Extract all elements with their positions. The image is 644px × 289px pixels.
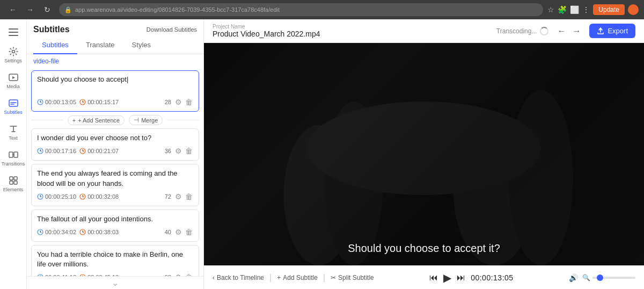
play-button[interactable]: ▶	[443, 271, 451, 284]
subtitle-meta-4: 00:00:34:02 00:00:38:03 40 ⚙ 🗑	[37, 227, 193, 237]
subtitle-textarea-1[interactable]: Should you choose to accept|	[37, 75, 193, 91]
char-count-2: 36	[165, 148, 171, 154]
app-topbar: Project Name Product Video_March 2022.mp…	[204, 19, 644, 43]
main-area: Project Name Product Video_March 2022.mp…	[204, 19, 644, 289]
settings-btn-4[interactable]: ⚙	[174, 227, 182, 237]
delete-btn-2[interactable]: 🗑	[185, 146, 193, 156]
user-avatar	[628, 4, 639, 15]
tab-translate[interactable]: Translate	[77, 37, 123, 54]
subtitle-card-3[interactable]: The end you always feared is coming and …	[31, 164, 199, 206]
subtitle-meta-2: 00:00:17:16 00:00:21:07 36 ⚙ 🗑	[37, 146, 193, 156]
sidebar-item-text[interactable]: Text	[2, 120, 25, 144]
delete-btn-1[interactable]: 🗑	[185, 97, 193, 107]
chevron-left-icon: ‹	[213, 274, 215, 281]
refresh-button[interactable]: ↻	[40, 3, 55, 16]
subtitle-card-1[interactable]: Should you choose to accept| 00:00:13:05…	[31, 70, 199, 112]
volume-button[interactable]: 🔊	[569, 273, 578, 282]
separator-2: |	[323, 273, 325, 283]
back-to-timeline-label: Back to Timeline	[217, 274, 264, 281]
app-container: Settings Media Subtitles Text	[0, 19, 644, 289]
zoom-slider[interactable]	[592, 277, 635, 279]
settings-btn-2[interactable]: ⚙	[174, 146, 182, 156]
zoom-controls: 🔍	[582, 274, 635, 281]
meta-actions-5: ⚙ 🗑	[174, 272, 193, 276]
zoom-out-button[interactable]: 🔍	[582, 274, 590, 281]
svg-rect-11	[14, 177, 17, 180]
add-sentence-button[interactable]: + + Add Sentence	[68, 115, 125, 125]
delete-btn-4[interactable]: 🗑	[185, 227, 193, 237]
tab-subtitles[interactable]: Subtitles	[33, 37, 77, 54]
subtitle-card-2[interactable]: I wonder did you ever choose not to? 00:…	[31, 128, 199, 161]
transcoding-spinner	[540, 27, 548, 35]
sidebar-item-subtitles[interactable]: Subtitles	[2, 95, 25, 118]
split-view-icon[interactable]: ⬜	[570, 5, 579, 14]
subtitles-label: Subtitles	[4, 110, 23, 115]
forward-button[interactable]: →	[23, 3, 38, 16]
clock-icon-end-3	[79, 193, 86, 200]
download-subtitles-link[interactable]: Download Subtitles	[147, 26, 197, 33]
scroll-down-indicator[interactable]: ⌄	[27, 276, 203, 289]
menu-icon[interactable]: ⋮	[582, 5, 590, 14]
hamburger-button[interactable]	[2, 24, 25, 41]
add-icon: +	[277, 274, 281, 281]
tab-styles[interactable]: Styles	[123, 37, 159, 54]
end-time-4: 00:00:38:03	[79, 229, 119, 235]
sidebar-item-elements[interactable]: Elements	[2, 172, 25, 196]
scissors-icon: ✂	[331, 274, 336, 281]
settings-btn-3[interactable]: ⚙	[174, 192, 182, 201]
sidebar-icons: Settings Media Subtitles Text	[0, 19, 27, 289]
sidebar-item-settings[interactable]: Settings	[2, 43, 25, 67]
add-subtitle-button[interactable]: + Add Subtitle	[277, 274, 318, 281]
sidebar-item-transitions[interactable]: Transitions	[2, 146, 25, 170]
panel-tabs: Subtitles Translate Styles	[27, 37, 203, 54]
merge-button[interactable]: ⊣ Merge	[129, 115, 163, 125]
text-icon	[8, 124, 19, 134]
fast-forward-button[interactable]: ⏭	[457, 273, 465, 283]
subtitle-text-1[interactable]: Should you choose to accept|	[37, 75, 193, 94]
bookmark-icon[interactable]: ☆	[547, 5, 554, 14]
redo-button[interactable]: →	[570, 24, 583, 38]
update-button[interactable]: Update	[593, 4, 625, 15]
extensions-icon[interactable]: 🧩	[558, 5, 567, 14]
clock-icon-2	[37, 148, 43, 154]
char-count-4: 40	[165, 229, 171, 235]
svg-point-28	[509, 90, 573, 265]
delete-btn-3[interactable]: 🗑	[185, 192, 193, 201]
undo-button[interactable]: ←	[555, 24, 568, 38]
transcoding-indicator: Transcoding...	[496, 27, 549, 35]
settings-icon	[8, 46, 19, 57]
clock-icon-end-1	[79, 99, 86, 105]
bottom-controls: ‹ Back to Timeline | + Add Subtitle | ✂ …	[204, 265, 644, 289]
update-label: Update	[598, 6, 619, 13]
meta-actions-4: ⚙ 🗑	[174, 227, 193, 237]
lock-icon: 🔒	[64, 6, 72, 13]
sidebar-item-media[interactable]: Media	[2, 69, 25, 92]
subtitle-card-4[interactable]: The fallout of all your good intentions.…	[31, 209, 199, 242]
svg-rect-2	[9, 35, 18, 36]
start-time-3: 00:00:25:10	[37, 193, 76, 200]
export-icon	[597, 27, 604, 35]
split-subtitle-label: Split Subtitle	[338, 274, 374, 281]
subtitle-card-5[interactable]: You had a terrible choice to make in Ber…	[31, 245, 199, 276]
svg-rect-13	[14, 181, 17, 184]
transitions-label: Transitions	[2, 161, 25, 167]
video-container[interactable]: Should you choose to accept it?	[204, 43, 644, 265]
subtitles-panel: Subtitles Download Subtitles Subtitles T…	[27, 19, 204, 289]
split-subtitle-button[interactable]: ✂ Split Subtitle	[331, 274, 374, 281]
settings-btn-1[interactable]: ⚙	[174, 97, 182, 107]
add-sentence-icon: +	[72, 117, 76, 124]
delete-btn-5[interactable]: 🗑	[185, 272, 193, 276]
export-button[interactable]: Export	[589, 24, 635, 38]
svg-rect-9	[14, 152, 18, 157]
video-file-link[interactable]: video-file	[27, 54, 203, 68]
meta-actions-2: ⚙ 🗑	[174, 146, 193, 156]
divider-right	[167, 120, 199, 120]
back-button[interactable]: ←	[5, 3, 20, 16]
elements-label: Elements	[3, 187, 24, 192]
settings-btn-5[interactable]: ⚙	[174, 272, 182, 276]
topbar-right: Transcoding... ← → Export	[496, 24, 635, 38]
back-to-timeline-button[interactable]: ‹ Back to Timeline	[213, 274, 264, 281]
rewind-button[interactable]: ⏮	[429, 273, 438, 283]
clock-icon-3	[37, 193, 43, 200]
address-bar[interactable]: 🔒 app.wearenova.ai/video-editing/0801482…	[59, 3, 543, 16]
